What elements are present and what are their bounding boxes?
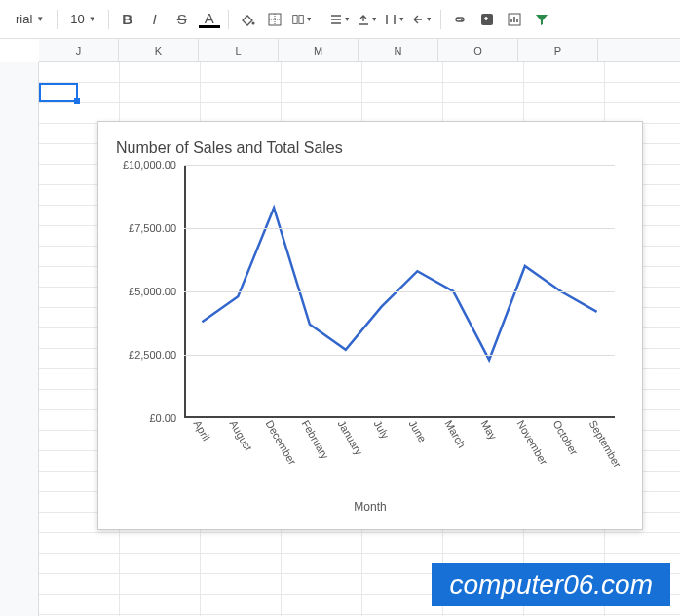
filter-icon [534, 12, 549, 27]
wrap-icon [384, 13, 397, 26]
italic-button[interactable]: I [144, 9, 166, 30]
link-icon [452, 12, 468, 27]
separator [108, 10, 109, 29]
y-tick-label: £10,000.00 [123, 159, 184, 171]
separator [57, 10, 58, 29]
x-tick-label: July [371, 418, 391, 441]
borders-icon [267, 12, 283, 27]
grid-line [184, 355, 615, 356]
caret-down-icon: ▼ [306, 16, 313, 22]
font-family-value: rial [16, 12, 32, 26]
chart-icon [507, 12, 522, 27]
filter-button[interactable] [531, 9, 552, 30]
column-header[interactable]: P [518, 39, 598, 61]
text-color-button[interactable]: A [199, 11, 220, 28]
merge-cells-button[interactable]: ▼ [291, 9, 313, 30]
x-tick-label: November [515, 418, 550, 467]
x-tick-label: June [407, 418, 429, 444]
align-icon [329, 13, 343, 26]
caret-down-icon: ▼ [371, 16, 378, 22]
svg-rect-2 [292, 15, 296, 23]
x-tick-label: February [300, 418, 331, 461]
font-family-select[interactable]: rial ▼ [10, 12, 50, 26]
cells-area[interactable]: Number of Sales and Total Sales £0.00£2,… [39, 62, 680, 616]
watermark: computer06.com [432, 563, 670, 606]
caret-down-icon: ▼ [398, 16, 405, 22]
column-header[interactable]: J [39, 39, 119, 61]
grid-line [184, 228, 615, 229]
x-tick-label: December [264, 418, 299, 467]
svg-rect-3 [299, 15, 303, 23]
caret-down-icon: ▼ [344, 16, 351, 22]
vertical-align-button[interactable]: ▼ [357, 9, 378, 30]
spreadsheet-grid[interactable]: Number of Sales and Total Sales £0.00£2,… [0, 62, 680, 616]
x-tick-label: September [586, 418, 623, 470]
horizontal-align-button[interactable]: ▼ [329, 9, 351, 30]
insert-link-button[interactable] [449, 9, 471, 30]
merge-icon [291, 12, 305, 27]
x-tick-label: January [335, 418, 364, 457]
caret-down-icon: ▼ [89, 15, 96, 23]
column-header[interactable]: O [438, 39, 518, 61]
separator [440, 10, 441, 29]
svg-rect-4 [481, 14, 493, 25]
comment-icon [479, 12, 495, 27]
x-tick-label: October [550, 418, 580, 457]
y-tick-label: £5,000.00 [129, 286, 184, 297]
y-tick-label: £0.00 [149, 412, 184, 424]
font-size-value: 10 [70, 12, 84, 26]
row-headers [0, 62, 39, 616]
insert-comment-button[interactable] [476, 9, 498, 30]
x-tick-label: March [443, 418, 469, 449]
y-tick-label: £7,500.00 [129, 222, 184, 234]
y-tick-label: £2,500.00 [129, 349, 184, 361]
x-axis-title: Month [116, 500, 624, 514]
bold-button[interactable]: B [117, 9, 138, 30]
text-wrap-button[interactable]: ▼ [384, 9, 405, 30]
column-header[interactable]: L [199, 39, 279, 61]
chart-title: Number of Sales and Total Sales [116, 139, 624, 157]
separator [321, 10, 321, 29]
caret-down-icon: ▼ [426, 16, 433, 22]
caret-down-icon: ▼ [36, 15, 44, 23]
grid-line [184, 291, 615, 292]
x-axis-labels: AprilAugustDecemberFebruaryJanuaryJulyJu… [184, 418, 615, 496]
active-cell[interactable] [39, 83, 78, 102]
text-rotation-button[interactable]: ▼ [411, 9, 433, 30]
fill-color-button[interactable] [237, 9, 258, 30]
x-tick-label: May [479, 418, 500, 442]
column-headers: J K L M N O P [39, 39, 680, 62]
chart-plot-area: £0.00£2,500.00£5,000.00£7,500.00£10,000.… [184, 165, 615, 418]
separator [228, 10, 229, 29]
insert-chart-button[interactable] [504, 9, 525, 30]
column-header[interactable]: M [279, 39, 359, 61]
borders-button[interactable] [264, 9, 285, 30]
grid-line [184, 165, 615, 166]
toolbar: rial ▼ 10 ▼ B I S A ▼ ▼ ▼ ▼ ▼ [0, 0, 680, 39]
column-header[interactable]: N [359, 39, 438, 61]
paint-bucket-icon [240, 12, 255, 27]
column-header[interactable]: K [119, 39, 199, 61]
embedded-chart[interactable]: Number of Sales and Total Sales £0.00£2,… [97, 121, 643, 530]
rotate-icon [411, 13, 425, 26]
x-tick-label: April [192, 418, 212, 443]
svg-point-0 [251, 21, 254, 24]
font-size-select[interactable]: 10 ▼ [66, 10, 99, 28]
x-tick-label: August [228, 418, 255, 453]
valign-icon [357, 13, 370, 26]
strikethrough-button[interactable]: S [171, 9, 193, 30]
